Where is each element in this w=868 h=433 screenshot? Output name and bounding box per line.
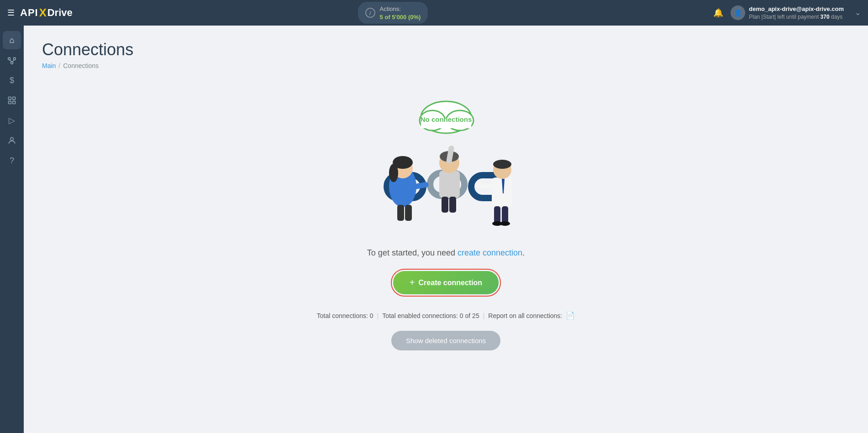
logo-api: API bbox=[20, 7, 38, 19]
sidebar-item-home[interactable]: ⌂ bbox=[3, 31, 21, 49]
user-email: demo_apix-drive@apix-drive.com bbox=[749, 5, 844, 13]
svg-rect-24 bbox=[405, 205, 412, 221]
svg-point-39 bbox=[500, 221, 510, 226]
svg-point-9 bbox=[11, 137, 14, 141]
info-icon: i bbox=[365, 8, 375, 18]
create-button-wrapper: + Create connection bbox=[391, 269, 501, 297]
plus-icon: + bbox=[410, 277, 415, 288]
stats-separator-1: | bbox=[377, 312, 379, 319]
create-connection-button[interactable]: + Create connection bbox=[393, 271, 499, 294]
svg-rect-25 bbox=[439, 171, 460, 198]
sidebar: ⌂ $ ▷ ? bbox=[0, 26, 24, 433]
svg-point-1 bbox=[13, 57, 16, 60]
header-center: i Actions: 5 of 5'000 (0%) bbox=[80, 2, 706, 24]
svg-line-3 bbox=[9, 60, 12, 62]
report-icon[interactable]: 📄 bbox=[566, 311, 575, 320]
actions-badge: i Actions: 5 of 5'000 (0%) bbox=[358, 2, 428, 24]
app-body: ⌂ $ ▷ ? bbox=[0, 26, 868, 433]
sidebar-item-help[interactable]: ? bbox=[3, 151, 21, 170]
main-content: Connections Main / Connections No connec… bbox=[24, 26, 868, 433]
actions-text: Actions: 5 of 5'000 (0%) bbox=[380, 5, 421, 21]
user-plan: Plan |Start| left until payment 370 days bbox=[749, 13, 844, 21]
user-area[interactable]: 👤 demo_apix-drive@apix-drive.com Plan |S… bbox=[731, 5, 844, 21]
page-title: Connections bbox=[42, 40, 850, 59]
logo-drive: Drive bbox=[47, 7, 73, 19]
chevron-down-icon[interactable]: ⌄ bbox=[855, 8, 861, 17]
svg-rect-8 bbox=[13, 101, 16, 104]
create-button-label: Create connection bbox=[419, 279, 483, 287]
svg-point-34 bbox=[493, 160, 511, 169]
create-connection-link[interactable]: create connection bbox=[458, 248, 522, 257]
illustration: No connections bbox=[350, 93, 542, 239]
svg-text:No connections: No connections bbox=[420, 115, 472, 123]
stats-separator-2: | bbox=[483, 312, 485, 319]
show-deleted-connections-button[interactable]: Show deleted connections bbox=[391, 331, 500, 350]
actions-label: Actions: bbox=[380, 5, 401, 12]
svg-rect-37 bbox=[502, 206, 508, 224]
sidebar-item-tutorials[interactable]: ▷ bbox=[3, 111, 21, 130]
svg-rect-30 bbox=[449, 197, 456, 213]
stats-row: Total connections: 0 | Total enabled con… bbox=[317, 311, 575, 320]
actions-value: 5 of 5'000 (0%) bbox=[380, 14, 421, 21]
svg-rect-29 bbox=[442, 197, 448, 213]
svg-rect-5 bbox=[9, 97, 11, 100]
svg-point-2 bbox=[11, 62, 13, 64]
header-left: ☰ API X Drive bbox=[7, 6, 73, 19]
header: ☰ API X Drive i Actions: 5 of 5'000 (0%)… bbox=[0, 0, 868, 26]
hamburger-icon[interactable]: ☰ bbox=[7, 8, 15, 18]
bell-icon[interactable]: 🔔 bbox=[713, 8, 723, 18]
logo-x: X bbox=[39, 6, 47, 19]
breadcrumb-current: Connections bbox=[63, 62, 99, 69]
svg-rect-7 bbox=[9, 101, 11, 104]
svg-rect-35 bbox=[475, 183, 493, 189]
breadcrumb-separator: / bbox=[58, 62, 60, 69]
header-right: 🔔 👤 demo_apix-drive@apix-drive.com Plan … bbox=[713, 5, 861, 21]
svg-rect-23 bbox=[397, 205, 404, 221]
report-label: Report on all connections: bbox=[488, 312, 562, 319]
total-enabled-connections: Total enabled connections: 0 of 25 bbox=[382, 312, 479, 319]
sidebar-item-profile[interactable] bbox=[3, 131, 21, 150]
user-info: demo_apix-drive@apix-drive.com Plan |Sta… bbox=[749, 5, 844, 21]
svg-rect-6 bbox=[13, 97, 16, 100]
sidebar-item-connections[interactable] bbox=[3, 51, 21, 69]
sidebar-item-integrations[interactable] bbox=[3, 91, 21, 110]
sidebar-item-billing[interactable]: $ bbox=[3, 71, 21, 89]
logo: API X Drive bbox=[20, 6, 73, 19]
avatar: 👤 bbox=[731, 5, 745, 20]
center-container: No connections bbox=[42, 84, 850, 369]
svg-point-21 bbox=[389, 164, 398, 182]
empty-state-text: To get started, you need create connecti… bbox=[367, 248, 525, 258]
svg-rect-36 bbox=[494, 206, 500, 224]
total-connections: Total connections: 0 bbox=[317, 312, 374, 319]
breadcrumb-main-link[interactable]: Main bbox=[42, 62, 56, 69]
svg-point-0 bbox=[8, 57, 11, 60]
breadcrumb: Main / Connections bbox=[42, 62, 850, 69]
svg-line-4 bbox=[12, 60, 15, 62]
